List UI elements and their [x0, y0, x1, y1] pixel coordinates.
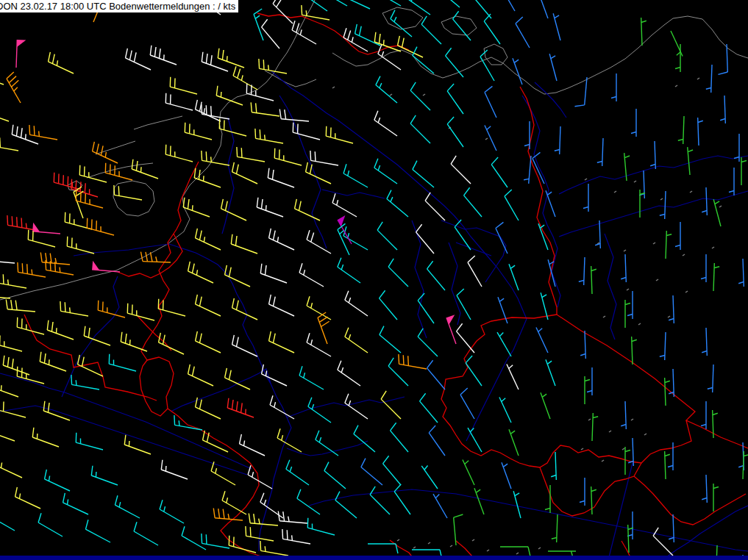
wind-barb-layer [0, 0, 748, 560]
wind-barb-map [0, 0, 748, 560]
weather-map-screen: DON 23.02.17 18:00 UTC Bodenwettermeldun… [0, 0, 748, 560]
map-title: DON 23.02.17 18:00 UTC Bodenwettermeldun… [0, 0, 235, 12]
titlebar: DON 23.02.17 18:00 UTC Bodenwettermeldun… [0, 0, 238, 12]
coastline-layer [0, 0, 748, 300]
map-frame-bottom-icon [0, 556, 748, 560]
terrain-marks-layer [332, 78, 722, 554]
country-border-layer [24, 13, 748, 559]
